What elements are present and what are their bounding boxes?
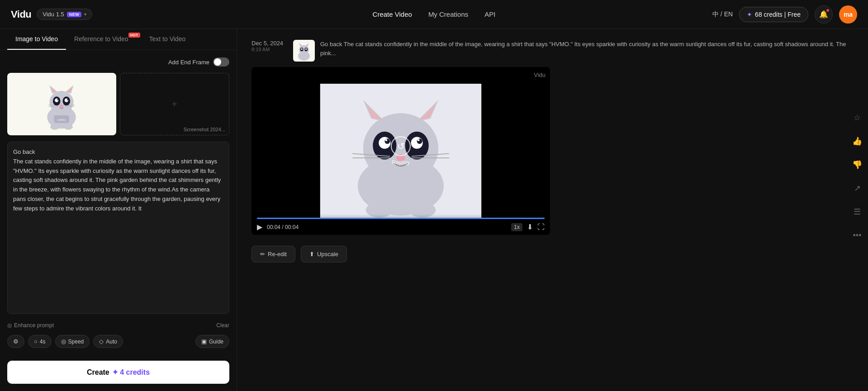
svg-point-12 [57,99,58,100]
svg-text:HVMO: HVMO [58,119,66,122]
action-sidebar: ☆ 👍 👎 ↗ ☰ ••• [850,110,864,243]
svg-point-13 [67,99,68,100]
svg-point-31 [301,48,302,50]
video-item: Dec 5, 2024 8:19 AM [251,40,854,262]
new-badge: NEW [67,12,82,17]
settings-button[interactable]: ⚙ [7,335,24,348]
version-badge[interactable]: Vidu 1.5 NEW ▾ [37,9,92,20]
play-button[interactable]: ▶ [257,223,262,231]
speed-icon: ◎ [61,338,66,345]
replay-button[interactable]: ↺ Replay [391,136,411,166]
share-button[interactable]: ↗ [850,181,864,196]
svg-point-33 [303,51,305,52]
dislike-button[interactable]: 👎 [850,157,864,172]
create-credits-label: ✦ 4 credits [112,368,150,377]
add-end-frame-row: Add End Frame [7,57,229,67]
tab-reference-to-video[interactable]: Reference to Video HOT [66,29,141,50]
video-date: Dec 5, 2024 8:19 AM [251,40,288,52]
image-upload-row: HVMO + Screenshot 2024... [7,73,229,135]
settings-icon: ⚙ [13,338,19,345]
slot-label: Screenshot 2024... [184,127,225,132]
logo: Vidu [11,9,31,20]
main-content: Image to Video Reference to Video HOT Te… [0,29,868,391]
time-display: 00:04 / 00:04 [267,224,299,230]
more-button[interactable]: ••• [850,228,864,243]
clear-button[interactable]: Clear [216,322,229,329]
playback-speed[interactable]: 1x [511,223,522,231]
enhance-prompt-button[interactable]: ◎ Enhance prompt [7,322,54,329]
header-left: Vidu Vidu 1.5 NEW ▾ [11,9,92,20]
credits-star-icon: ✦ [747,11,752,18]
left-panel: Image to Video Reference to Video HOT Te… [0,29,237,391]
add-end-frame-label: Add End Frame [168,59,209,66]
prompt-area[interactable]: Go back The cat stands confidently in th… [7,142,229,314]
progress-bar[interactable] [257,218,545,219]
chevron-down-icon: ▾ [84,12,86,17]
nav-create-video[interactable]: Create Video [373,10,412,18]
svg-point-45 [384,138,390,144]
svg-point-22 [64,124,73,129]
notification-dot [826,9,830,12]
video-actions: ✏ Re-edit ⬆ Upscale [251,246,854,262]
version-label: Vidu 1.5 [43,11,64,18]
upscale-icon: ⬆ [309,251,314,257]
language-toggle[interactable]: 中 / EN [712,10,733,19]
user-avatar[interactable]: ma [839,5,857,24]
video-controls: ▶ 00:04 / 00:04 1x ⬇ ⛶ [251,214,550,235]
fullscreen-button[interactable]: ⛶ [537,223,545,231]
svg-point-46 [417,138,422,144]
list-button[interactable]: ☰ [850,205,864,219]
video-description: Go back The cat stands confidently in th… [320,40,854,57]
image-slot-end[interactable]: + Screenshot 2024... [120,73,230,135]
progress-fill [257,218,545,219]
speed-button[interactable]: ◎ Speed [55,335,90,348]
enhance-icon: ◎ [7,322,12,329]
guide-icon: ▣ [201,338,207,345]
svg-point-14 [60,105,63,108]
create-button[interactable]: Create ✦ 4 credits [7,361,229,384]
re-edit-icon: ✏ [260,251,265,257]
playback-controls: ▶ 00:04 / 00:04 1x ⬇ ⛶ [257,223,545,231]
prompt-footer: ◎ Enhance prompt Clear [7,322,229,329]
mode-tabs: Image to Video Reference to Video HOT Te… [0,29,237,50]
nav-my-creations[interactable]: My Creations [428,10,468,18]
toggle-knob [214,58,221,66]
re-edit-button[interactable]: ✏ Re-edit [251,246,295,262]
cat-image: HVMO [7,73,116,135]
controls-row: ⚙ ○ 4s ◎ Speed ◇ Auto ▣ Guide [7,335,229,348]
video-meta: Dec 5, 2024 8:19 AM [251,40,854,62]
video-thumbnail[interactable] [293,40,315,62]
svg-point-21 [50,124,59,129]
credits-label: 68 credits | Free [755,11,801,18]
tab-image-to-video[interactable]: Image to Video [7,29,66,50]
nav-api[interactable]: API [484,10,495,18]
hot-badge: HOT [128,33,140,38]
video-player[interactable]: Vidu [251,67,550,235]
duration-button[interactable]: ○ 4s [28,335,52,348]
star-button[interactable]: ☆ [850,110,864,125]
panel-content: Add End Frame [0,50,237,355]
main-nav: Create Video My Creations API [373,10,496,18]
image-slot-start[interactable]: HVMO [7,73,116,135]
guide-button[interactable]: ▣ Guide [195,335,229,348]
end-frame-toggle[interactable] [213,57,229,67]
svg-point-48 [417,139,420,141]
svg-point-32 [305,48,307,50]
download-button[interactable]: ⬇ [527,223,533,231]
quality-icon: ◇ [99,338,104,345]
slot-placeholder: + [172,99,177,110]
replay-label: Replay [392,159,410,166]
notifications-button[interactable]: 🔔 [815,5,833,24]
quality-button[interactable]: ◇ Auto [93,335,123,348]
prompt-text: Go back The cat stands confidently in th… [13,148,223,214]
credits-button[interactable]: ✦ 68 credits | Free [739,7,808,22]
right-panel: Dec 5, 2024 8:19 AM [237,29,868,391]
tab-text-to-video[interactable]: Text to Video [141,29,194,50]
upscale-button[interactable]: ⬆ Upscale [301,246,347,262]
svg-point-47 [385,139,388,141]
vidu-watermark: Vidu [534,72,545,78]
like-button[interactable]: 👍 [850,134,864,148]
header: Vidu Vidu 1.5 NEW ▾ Create Video My Crea… [0,0,868,29]
cat-svg: HVMO [39,77,84,131]
thumb-cat-svg [293,40,315,62]
